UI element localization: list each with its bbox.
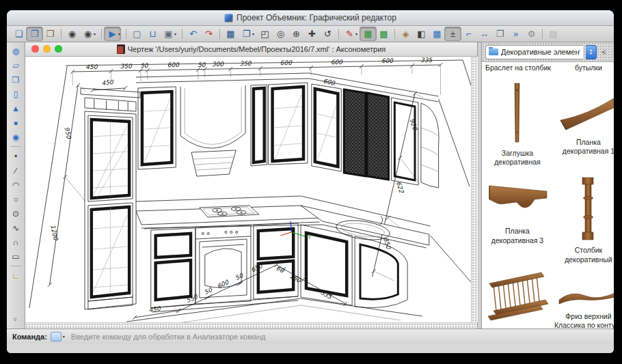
dim-label: 350 xyxy=(240,60,252,67)
title-bar[interactable]: Проект Объемник: Графический редактор xyxy=(7,10,614,26)
document-title-bar[interactable]: Чертеж '/Users/yuriy/Documents/Mebel/Про… xyxy=(25,42,477,57)
dropdown-arrow-icon[interactable]: ▾ xyxy=(63,334,68,339)
cascade-icon[interactable]: » xyxy=(508,27,524,40)
document-icon xyxy=(117,44,125,54)
zoom-in-icon[interactable]: ⊕ xyxy=(288,27,304,40)
zoom-window-icon[interactable]: ◎ xyxy=(273,27,288,40)
settings-icon[interactable]: ⚙ xyxy=(524,27,539,40)
fronts-edit-icon[interactable]: ▩ xyxy=(376,27,392,40)
solid-cube-icon[interactable]: ❐ xyxy=(27,27,42,40)
dim-label: 950 xyxy=(64,126,73,140)
dropdown-arrow-icon[interactable]: ▾ xyxy=(252,31,257,36)
ellipse-tool-icon[interactable]: ⊙ xyxy=(9,207,23,220)
category-stepper[interactable]: ▴ ▾ xyxy=(586,45,597,59)
command-label: Команда: xyxy=(12,333,47,341)
library-panel-header: Декоративные элементы ▴ ▾ < > ▼ xyxy=(482,42,614,62)
pan-icon[interactable]: ✚ xyxy=(304,27,320,40)
command-input[interactable]: Введите команду для обработки в Анализат… xyxy=(71,333,266,341)
orbit-icon[interactable]: ↺ xyxy=(320,27,336,40)
wireframe-cube-icon[interactable]: ❏ xyxy=(11,27,27,40)
door-panel-icon[interactable]: ◧ xyxy=(414,27,429,40)
copy-object-icon[interactable]: ❐ xyxy=(492,27,508,40)
decor-frieze-image xyxy=(558,288,614,308)
spline-tool-icon[interactable]: ∿ xyxy=(9,221,23,234)
width-icon[interactable]: ↔ xyxy=(476,27,492,40)
undo-icon[interactable]: ↶ xyxy=(185,27,201,40)
material-cube-icon[interactable]: ❒ xyxy=(42,27,58,40)
category-select[interactable]: Декоративные элементы xyxy=(485,45,583,59)
redo-icon[interactable]: ↷ xyxy=(201,27,217,40)
command-history-icon[interactable] xyxy=(51,332,62,341)
fronts-icon[interactable]: ▦ xyxy=(360,27,376,40)
toolbar-separator xyxy=(11,146,21,147)
corner-icon[interactable]: ⌐ xyxy=(461,27,476,40)
dim-label: 300 xyxy=(212,61,224,68)
list-item-label: Тарелочница xyxy=(496,327,539,328)
close-button[interactable] xyxy=(31,45,39,53)
dropdown-arrow-icon[interactable]: ▾ xyxy=(355,31,360,36)
command-bar: Команда: ▾ Введите команду для обработки… xyxy=(7,328,614,344)
zoom-extents-icon[interactable]: ◰ xyxy=(257,27,273,40)
grid-table-icon[interactable]: ▦ xyxy=(429,27,445,40)
dome-tool-icon[interactable]: ◉ xyxy=(9,130,23,143)
zoom-button[interactable] xyxy=(55,45,62,53)
horizontal-scroll-area[interactable] xyxy=(25,322,477,328)
panel-tool-icon[interactable]: ▯ xyxy=(9,87,23,100)
cone-tool-icon[interactable]: ▲ xyxy=(9,102,23,115)
cylinder-tool-icon[interactable]: ◍ xyxy=(9,44,23,57)
dim-label: 920 xyxy=(409,117,419,132)
list-item-label: Фриз верхний Классика по контуру наборны… xyxy=(554,312,614,328)
tile-windows-icon[interactable]: ▦ xyxy=(223,27,239,40)
polyarc-tool-icon[interactable]: ∩ xyxy=(9,236,23,249)
base-cabinets-right xyxy=(301,225,407,308)
point-tool-icon[interactable]: • xyxy=(9,150,23,163)
decor-plate-rack-image xyxy=(487,270,548,323)
dim-label: 60 xyxy=(275,264,286,275)
next-category-button[interactable]: > xyxy=(611,48,614,56)
dropdown-arrow-icon[interactable]: ▾ xyxy=(94,31,98,36)
list-item[interactable]: Заглушка декоративная xyxy=(482,74,553,169)
dim-label: 600 xyxy=(216,279,230,290)
dim-label: 600 xyxy=(331,59,343,66)
list-item[interactable]: Столбик декоративный xyxy=(553,169,614,266)
open-document-icon[interactable]: ⊔ xyxy=(145,27,161,40)
vertical-scroll-area[interactable] xyxy=(471,57,478,322)
list-item[interactable]: Фриз верхний Классика по контуру наборны… xyxy=(553,266,614,328)
camera-icon[interactable]: ◉ xyxy=(64,27,80,40)
drawing-canvas[interactable]: Y 450 350 50 600 50 300 350 600 600 xyxy=(25,57,471,322)
axes-tool-icon[interactable]: ∟ xyxy=(9,269,23,282)
toolbar-separator xyxy=(394,29,395,39)
rectangle-tool-icon[interactable]: ▭ xyxy=(9,250,23,263)
minimize-button[interactable] xyxy=(43,45,51,53)
line-tool-icon[interactable]: ∕ xyxy=(9,164,23,177)
list-item[interactable]: бутылки xyxy=(553,62,614,74)
list-item[interactable]: Планка декоративная 1 xyxy=(553,74,614,169)
box-tool-icon[interactable]: ❒ xyxy=(9,73,23,86)
dropdown-arrow-icon[interactable]: ▾ xyxy=(174,31,179,36)
toolbar-separator xyxy=(542,29,543,39)
dimensions-icon[interactable]: ± xyxy=(445,27,461,40)
sphere-tool-icon[interactable]: ● xyxy=(9,116,23,129)
new-document-icon[interactable]: ▢ xyxy=(129,27,145,40)
dim-label: 150 xyxy=(288,272,303,285)
more-tools-icon[interactable]: » xyxy=(10,313,23,326)
dim-label: 335 xyxy=(420,57,433,64)
tools-sidebar: ◍ ▱ ❒ ▯ ▲ ● ◉ • ∕ ◠ ○ ⊙ ∿ ∩ ▭ ∟ » xyxy=(7,42,25,328)
decor-plank1-image xyxy=(559,94,614,134)
toolbar-separator xyxy=(182,29,182,39)
list-item[interactable]: Браслет на столбик xyxy=(482,62,553,74)
dropdown-arrow-icon[interactable]: ▾ xyxy=(118,31,123,36)
upper-cabinets-left xyxy=(136,73,439,176)
circle-tool-icon[interactable]: ○ xyxy=(9,193,23,206)
kitchen-drawing: Y 450 350 50 600 50 300 350 600 600 xyxy=(25,57,471,326)
arc-tool-icon[interactable]: ◠ xyxy=(9,178,23,191)
toolbar-separator xyxy=(219,29,220,39)
slab-tool-icon[interactable]: ▱ xyxy=(9,59,23,72)
decor-elements-list[interactable]: Браслет на столбик бутылки Заглушка деко… xyxy=(482,62,614,328)
list-item[interactable]: Планка декоративная 3 xyxy=(482,169,553,266)
toolbar-separator xyxy=(126,29,126,39)
texture-icon[interactable]: ◈ xyxy=(398,27,414,40)
list-item[interactable]: Тарелочница xyxy=(482,266,553,328)
prev-category-button[interactable]: < xyxy=(599,48,608,56)
library-panel: Декоративные элементы ▴ ▾ < > ▼ Браслет … xyxy=(482,42,614,328)
